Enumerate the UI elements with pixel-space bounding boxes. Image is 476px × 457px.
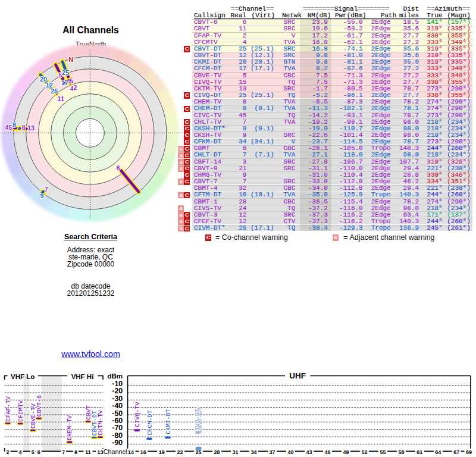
- svg-text:55: 55: [380, 449, 386, 455]
- svg-text:40: 40: [287, 449, 293, 455]
- svg-text:CKTM-TV: CKTM-TV: [98, 410, 104, 435]
- svg-text:49: 49: [343, 449, 349, 455]
- svg-text:61: 61: [416, 449, 422, 455]
- svg-text:VHF Lo: VHF Lo: [11, 373, 35, 380]
- svg-text:16: 16: [140, 449, 146, 455]
- svg-text:6: 6: [37, 449, 40, 455]
- svg-text:22: 22: [177, 449, 183, 455]
- svg-text:31: 31: [233, 449, 239, 455]
- svg-text:45: 45: [5, 124, 12, 131]
- svg-text:CBVT-6: CBVT-6: [36, 395, 43, 417]
- svg-text:-90: -90: [112, 439, 123, 447]
- svg-text:13: 13: [97, 449, 103, 455]
- svg-text:11: 11: [85, 449, 91, 455]
- svg-text:64: 64: [435, 449, 441, 455]
- svg-text:CKMI-DT: CKMI-DT: [165, 409, 172, 434]
- svg-text:5: 5: [32, 449, 35, 455]
- svg-text:11: 11: [57, 95, 64, 102]
- svg-text:2: 2: [73, 84, 77, 91]
- svg-text:5: 5: [70, 77, 73, 84]
- svg-text:CIVQ-TV: CIVQ-TV: [134, 402, 141, 427]
- svg-text:VHF Hi: VHF Hi: [71, 373, 94, 380]
- svg-text:6: 6: [117, 164, 120, 171]
- svg-text:17: 17: [61, 79, 68, 86]
- svg-text:67: 67: [453, 449, 459, 455]
- svg-text:43: 43: [306, 449, 312, 455]
- svg-text:34: 34: [251, 449, 257, 455]
- svg-text:19: 19: [159, 449, 165, 455]
- svg-text:7: 7: [45, 186, 48, 193]
- svg-text:N: N: [68, 56, 73, 63]
- svg-text:CFAP-TV: CFAP-TV: [5, 396, 12, 421]
- svg-text:CFCMTV: CFCMTV: [18, 400, 24, 422]
- svg-text:14: 14: [128, 449, 134, 455]
- svg-text:69: 69: [466, 449, 472, 455]
- svg-text:UHF: UHF: [289, 371, 306, 380]
- svg-text:dBm: dBm: [107, 373, 123, 380]
- svg-text:CHEM-TV: CHEM-TV: [67, 415, 73, 440]
- svg-text:CFCM-DT: CFCM-DT: [147, 410, 154, 435]
- svg-text:52: 52: [361, 449, 367, 455]
- svg-text:7: 7: [62, 449, 65, 455]
- svg-text:13: 13: [27, 124, 35, 132]
- svg-text:2: 2: [7, 449, 10, 455]
- svg-text:37: 37: [270, 449, 275, 455]
- svg-text:CIVQ-DT: CIVQ-DT: [195, 409, 201, 434]
- svg-text:25: 25: [51, 87, 58, 95]
- svg-text:58: 58: [398, 449, 404, 455]
- svg-text:Channel: Channel: [104, 448, 127, 455]
- svg-text:9: 9: [40, 192, 43, 199]
- svg-text:28: 28: [214, 449, 220, 455]
- svg-text:8: 8: [21, 124, 25, 131]
- svg-text:4: 4: [19, 449, 22, 455]
- svg-text:8: 8: [12, 121, 16, 129]
- svg-text:46: 46: [324, 449, 330, 455]
- svg-text:9: 9: [74, 449, 77, 455]
- svg-text:25: 25: [62, 69, 69, 76]
